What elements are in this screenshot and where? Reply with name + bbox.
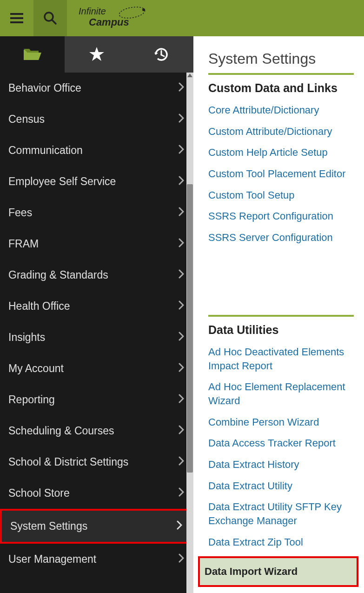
link-ssrs-report-configuration[interactable]: SSRS Report Configuration (208, 209, 354, 223)
scrollbar[interactable] (186, 73, 193, 593)
chevron-right-icon (179, 82, 184, 94)
tab-folder[interactable] (0, 36, 65, 73)
nav-item-label: Behavior Office (8, 82, 81, 94)
nav-item-health-office[interactable]: Health Office (0, 291, 192, 322)
nav-item-scheduling-courses[interactable]: Scheduling & Courses (0, 415, 192, 446)
nav-item-employee-self-service[interactable]: Employee Self Service (0, 166, 192, 197)
chevron-right-icon (179, 456, 184, 468)
nav-item-label: My Account (8, 362, 64, 375)
nav-item-insights[interactable]: Insights (0, 322, 192, 353)
chevron-right-icon (177, 520, 182, 533)
search-button[interactable] (33, 0, 67, 36)
tab-history[interactable] (129, 36, 193, 73)
svg-line-4 (52, 20, 56, 24)
chevron-right-icon (179, 362, 184, 375)
link-data-access-tracker-report[interactable]: Data Access Tracker Report (208, 436, 354, 450)
nav-item-label: Grading & Standards (8, 269, 108, 281)
svg-text:Infinite: Infinite (79, 6, 106, 16)
nav-item-label: School Store (8, 487, 70, 500)
star-icon (89, 47, 105, 62)
link-core-attribute-dictionary[interactable]: Core Attribute/Dictionary (208, 103, 354, 117)
nav-item-grading-standards[interactable]: Grading & Standards (0, 260, 192, 291)
link-custom-help-article-setup[interactable]: Custom Help Article Setup (208, 146, 354, 160)
link-data-extract-utility-sftp-key-exchange-manager[interactable]: Data Extract Utility SFTP Key Exchange M… (208, 500, 354, 527)
chevron-right-icon (179, 393, 184, 406)
link-custom-tool-setup[interactable]: Custom Tool Setup (208, 188, 354, 202)
link-ssrs-server-configuration[interactable]: SSRS Server Configuration (208, 231, 354, 245)
nav-item-school-district-settings[interactable]: School & District Settings (0, 446, 192, 478)
nav-item-census[interactable]: Census (0, 104, 192, 135)
link-custom-attribute-dictionary[interactable]: Custom Attribute/Dictionary (208, 125, 354, 139)
section-heading-data-utilities: Data Utilities (208, 323, 354, 337)
tab-favorites[interactable] (65, 36, 129, 73)
nav-item-behavior-office[interactable]: Behavior Office (0, 73, 192, 104)
nav-item-communication[interactable]: Communication (0, 135, 192, 166)
app-header: Infinite Campus (0, 0, 364, 36)
chevron-right-icon (179, 331, 184, 344)
nav-item-my-account[interactable]: My Account (0, 353, 192, 384)
infinite-campus-logo: Infinite Campus (79, 5, 153, 31)
svg-point-8 (142, 8, 145, 11)
sidebar: Behavior Office Census Communication Emp… (0, 36, 193, 593)
svg-rect-1 (10, 17, 23, 19)
section-divider (208, 315, 354, 317)
nav-item-label: Reporting (8, 393, 55, 406)
sidebar-tabs (0, 36, 193, 73)
scroll-up-icon (187, 73, 192, 77)
folder-open-icon (23, 47, 41, 62)
main-container: Behavior Office Census Communication Emp… (0, 36, 364, 593)
nav-item-label: School & District Settings (8, 456, 128, 468)
scrollbar-thumb[interactable] (187, 184, 193, 473)
hamburger-icon (10, 13, 23, 23)
section-heading-custom-data: Custom Data and Links (208, 81, 354, 95)
nav-item-label: Communication (8, 144, 83, 157)
nav-item-label: System Settings (10, 520, 87, 533)
link-data-extract-zip-tool[interactable]: Data Extract Zip Tool (208, 535, 354, 549)
link-custom-tool-placement-editor[interactable]: Custom Tool Placement Editor (208, 167, 354, 181)
content-panel: System Settings Custom Data and Links Co… (193, 36, 364, 593)
history-icon (153, 46, 170, 63)
chevron-right-icon (179, 300, 184, 313)
nav-item-label: Scheduling & Courses (8, 425, 114, 437)
svg-rect-0 (10, 13, 23, 15)
search-icon (43, 11, 57, 25)
chevron-right-icon (179, 553, 184, 566)
chevron-right-icon (179, 113, 184, 126)
nav-item-fram[interactable]: FRAM (0, 228, 192, 260)
svg-point-7 (119, 5, 146, 20)
link-data-import-wizard[interactable]: Data Import Wizard (198, 556, 358, 587)
link-data-extract-history[interactable]: Data Extract History (208, 458, 354, 472)
nav-item-label: User Management (8, 553, 96, 566)
chevron-right-icon (179, 269, 184, 281)
svg-line-10 (161, 55, 164, 56)
nav-item-label: Health Office (8, 300, 70, 313)
nav-item-school-store[interactable]: School Store (0, 478, 192, 509)
nav-item-user-management[interactable]: User Management (0, 544, 192, 575)
chevron-right-icon (179, 487, 184, 500)
nav-item-label: Employee Self Service (8, 175, 116, 188)
chevron-right-icon (179, 425, 184, 437)
link-ad-hoc-deactivated-elements-impact-report[interactable]: Ad Hoc Deactivated Elements Impact Repor… (208, 345, 354, 373)
menu-button[interactable] (0, 0, 33, 36)
svg-rect-2 (10, 21, 23, 23)
chevron-right-icon (179, 144, 184, 157)
link-data-extract-utility[interactable]: Data Extract Utility (208, 479, 354, 493)
nav-item-system-settings[interactable]: System Settings (0, 509, 192, 544)
logo: Infinite Campus (79, 5, 153, 31)
nav-item-reporting[interactable]: Reporting (0, 384, 192, 415)
page-title: System Settings (208, 50, 354, 67)
chevron-right-icon (179, 175, 184, 188)
nav-item-label: FRAM (8, 238, 39, 250)
nav-item-label: Census (8, 113, 45, 126)
nav-list: Behavior Office Census Communication Emp… (0, 73, 193, 593)
nav-item-fees[interactable]: Fees (0, 197, 192, 228)
chevron-right-icon (179, 207, 184, 219)
chevron-right-icon (179, 238, 184, 250)
section-divider (208, 73, 354, 75)
svg-text:Campus: Campus (89, 16, 129, 28)
nav-item-label: Fees (8, 207, 32, 219)
nav-item-label: Insights (8, 331, 45, 344)
section-gap (208, 252, 354, 315)
link-combine-person-wizard[interactable]: Combine Person Wizard (208, 415, 354, 429)
link-ad-hoc-element-replacement-wizard[interactable]: Ad Hoc Element Replacement Wizard (208, 380, 354, 407)
